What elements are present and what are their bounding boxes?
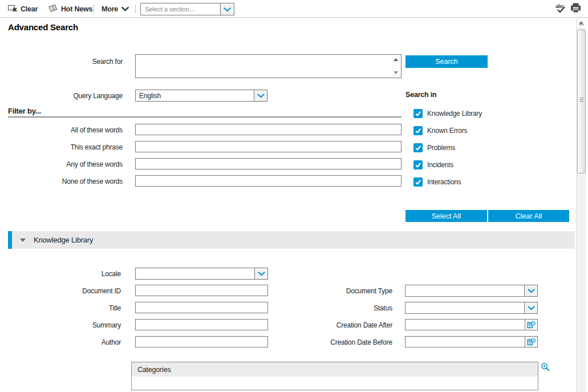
checkbox-row-knowledge-library[interactable]: Knowledge Library (413, 108, 482, 118)
hot-news-icon (48, 4, 58, 14)
summary-input[interactable] (135, 319, 268, 330)
search-in-heading: Search in (405, 91, 436, 99)
status-select[interactable] (405, 302, 538, 314)
any-words-label: Any of these words (9, 160, 123, 168)
spellcheck-button[interactable]: abc (555, 0, 566, 18)
toolbar-separator (135, 5, 136, 13)
author-label: Author (7, 338, 121, 346)
categories-list[interactable] (131, 377, 538, 390)
checkbox-checked-icon[interactable] (413, 126, 423, 135)
categories-fill-button[interactable] (541, 362, 550, 374)
chevron-down-icon (257, 94, 265, 98)
status-label: Status (278, 304, 392, 312)
checkbox-checked-icon[interactable] (413, 143, 423, 152)
categories-header: Categories (131, 362, 538, 377)
hot-news-label: Hot News (61, 5, 92, 13)
chevron-down-icon (528, 306, 535, 310)
query-language-select[interactable]: English (135, 90, 267, 102)
document-id-label: Document ID (7, 287, 121, 295)
locale-select[interactable] (135, 268, 268, 280)
hot-news-button[interactable]: Hot News (48, 0, 92, 18)
section-title: Knowledge Library (34, 236, 93, 244)
clear-icon (8, 4, 18, 14)
checkbox-row-problems[interactable]: Problems (413, 143, 455, 152)
scrollbar-thumb[interactable] (577, 30, 586, 173)
section-select[interactable]: Select a section... (140, 3, 234, 15)
advanced-search-page: Clear Hot News More Select a section... (0, 0, 588, 392)
chevron-down-icon (258, 272, 265, 276)
more-menu-button[interactable]: More (102, 0, 129, 18)
query-language-label: Query Language (9, 92, 123, 100)
more-label: More (102, 5, 118, 13)
creation-date-after-label: Creation Date After (278, 321, 392, 329)
locale-dropdown-button[interactable] (254, 268, 267, 279)
select-all-button[interactable]: Select All (405, 210, 487, 222)
query-language-dropdown-button[interactable] (254, 90, 267, 101)
print-button[interactable] (570, 0, 581, 18)
checkbox-row-incidents[interactable]: Incidents (413, 160, 453, 169)
clear-all-button[interactable]: Clear All (488, 210, 569, 222)
filter-by-heading: Filter by... (8, 107, 41, 115)
checkbox-row-known-errors[interactable]: Known Errors (413, 126, 467, 135)
none-words-label: None of these words (9, 177, 123, 185)
clear-label: Clear (21, 5, 38, 13)
creation-date-before-label: Creation Date Before (278, 338, 392, 346)
any-words-input[interactable] (135, 158, 402, 169)
exact-phrase-input[interactable] (135, 141, 402, 152)
creation-date-before-input[interactable] (405, 337, 525, 347)
section-select-dropdown-button[interactable] (220, 3, 234, 15)
query-language-value: English (136, 92, 254, 100)
none-words-input[interactable] (135, 175, 402, 187)
all-words-input[interactable] (135, 124, 402, 135)
creation-date-before-field[interactable] (405, 336, 538, 347)
chevron-down-icon (528, 289, 535, 293)
locale-label: Locale (7, 270, 121, 278)
collapse-triangle-icon[interactable] (20, 239, 26, 242)
title-input[interactable] (135, 302, 268, 313)
document-type-dropdown-button[interactable] (524, 285, 537, 296)
scroll-up-icon (394, 58, 398, 61)
checkbox-row-interactions[interactable]: Interactions (413, 177, 461, 187)
creation-date-after-field[interactable] (405, 319, 538, 330)
categories-header-label: Categories (137, 366, 171, 374)
document-type-select[interactable] (405, 285, 538, 297)
scroll-up-button[interactable] (577, 18, 586, 28)
date-picker-button[interactable] (525, 337, 537, 347)
checkbox-label: Problems (427, 144, 455, 152)
calendar-clock-icon (527, 321, 536, 329)
checkbox-label: Interactions (427, 178, 461, 186)
search-for-textarea[interactable] (135, 54, 402, 78)
clear-button[interactable]: Clear (8, 0, 38, 18)
toolbar-separator (94, 5, 94, 13)
checkbox-checked-icon[interactable] (413, 177, 423, 187)
checkbox-label: Knowledge Library (427, 110, 482, 118)
checkbox-checked-icon[interactable] (413, 160, 423, 169)
scroll-up-icon (579, 21, 583, 24)
scroll-down-icon (394, 71, 398, 74)
magnifier-plus-icon (541, 362, 550, 372)
document-type-label: Document Type (278, 287, 392, 295)
checkbox-label: Incidents (427, 161, 453, 169)
scrollbar-grip-icon (579, 98, 583, 103)
spellcheck-abc-icon: abc (555, 3, 566, 15)
checkbox-checked-icon[interactable] (413, 109, 423, 118)
vertical-scrollbar[interactable] (576, 18, 586, 392)
status-dropdown-button[interactable] (524, 302, 537, 313)
exact-phrase-label: This exact phrase (9, 143, 123, 151)
document-id-input[interactable] (135, 285, 268, 296)
chevron-down-icon (224, 4, 231, 14)
calendar-clock-icon (527, 338, 536, 346)
date-picker-button[interactable] (525, 320, 537, 330)
checkbox-label: Known Errors (427, 127, 467, 135)
toolbar: Clear Hot News More Select a section... (0, 0, 588, 18)
section-accent-bar (8, 231, 12, 249)
section-select-placeholder: Select a section... (141, 6, 220, 13)
author-input[interactable] (135, 336, 268, 347)
knowledge-library-section-header[interactable]: Knowledge Library (12, 231, 575, 249)
page-title: Advanced Search (8, 22, 78, 32)
creation-date-after-input[interactable] (405, 320, 525, 330)
filter-by-divider (8, 116, 402, 118)
textarea-scrollbar[interactable] (391, 55, 400, 77)
search-button[interactable]: Search (405, 55, 488, 68)
printer-icon (570, 3, 581, 15)
